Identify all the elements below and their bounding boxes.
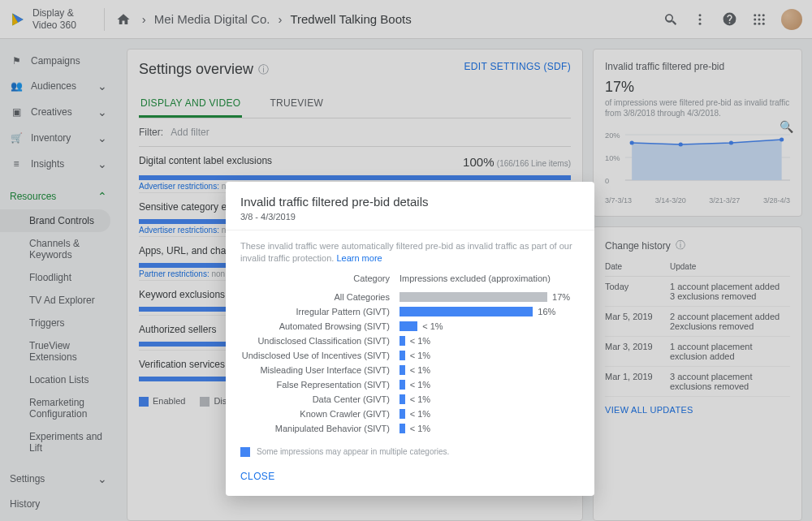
row-bar [400, 321, 417, 331]
modal-title: Invalid traffic filtered pre-bid details [240, 195, 580, 209]
modal-row: False Representation (SIVT)< 1% [240, 377, 580, 392]
modal-row: All Categories17% [240, 290, 580, 304]
modal-row: Misleading User Interface (SIVT)< 1% [240, 363, 580, 377]
learn-more-link[interactable]: Learn more [336, 253, 382, 263]
modal-table: Category Impressions excluded (approxima… [226, 270, 594, 442]
modal-th-category: Category [240, 273, 400, 283]
row-category: All Categories [240, 292, 400, 302]
modal-footnote: Some impressions may appear in multiple … [226, 442, 594, 457]
row-category: Undisclosed Classification (SIVT) [240, 336, 400, 346]
row-category: Data Center (GIVT) [240, 394, 400, 404]
modal-row: Irregular Pattern (GIVT)16% [240, 304, 580, 319]
row-percent: 17% [552, 292, 570, 302]
modal-row: Automated Browsing (SIVT)< 1% [240, 319, 580, 334]
modal-description: These invalid traffic were automatically… [226, 230, 594, 270]
row-category: Automated Browsing (SIVT) [240, 321, 400, 331]
row-bar [400, 409, 405, 419]
modal-row: Known Crawler (GIVT)< 1% [240, 407, 580, 421]
row-bar [400, 351, 405, 360]
row-category: False Representation (SIVT) [240, 380, 400, 390]
row-percent: < 1% [410, 380, 430, 390]
row-category: Undisclosed Use of Incentives (SIVT) [240, 351, 400, 360]
row-bar [400, 292, 547, 302]
row-percent: < 1% [410, 365, 430, 375]
row-category: Irregular Pattern (GIVT) [240, 307, 400, 316]
row-bar [400, 394, 405, 404]
modal-row: Manipulated Behavior (SIVT)< 1% [240, 421, 580, 436]
row-category: Known Crawler (GIVT) [240, 409, 400, 419]
row-bar [400, 307, 533, 316]
modal-row: Undisclosed Classification (SIVT)< 1% [240, 334, 580, 348]
close-button[interactable]: CLOSE [240, 471, 275, 482]
row-percent: < 1% [410, 336, 430, 346]
row-percent: 16% [538, 307, 555, 316]
row-percent: < 1% [410, 424, 430, 433]
invalid-traffic-details-modal: Invalid traffic filtered pre-bid details… [226, 182, 594, 496]
row-bar [400, 380, 405, 390]
modal-date-range: 3/8 - 4/3/2019 [240, 212, 580, 222]
modal-row: Undisclosed Use of Incentives (SIVT)< 1% [240, 348, 580, 363]
row-category: Misleading User Interface (SIVT) [240, 365, 400, 375]
row-percent: < 1% [410, 409, 430, 419]
row-percent: < 1% [410, 351, 430, 360]
row-category: Manipulated Behavior (SIVT) [240, 424, 400, 433]
row-bar [400, 336, 405, 346]
modal-row: Data Center (GIVT)< 1% [240, 392, 580, 407]
row-bar [400, 365, 405, 375]
legend-swatch-icon [240, 447, 250, 457]
row-bar [400, 424, 405, 433]
modal-th-impressions: Impressions excluded (approximation) [400, 273, 551, 283]
row-percent: < 1% [410, 394, 430, 404]
row-percent: < 1% [422, 321, 443, 331]
